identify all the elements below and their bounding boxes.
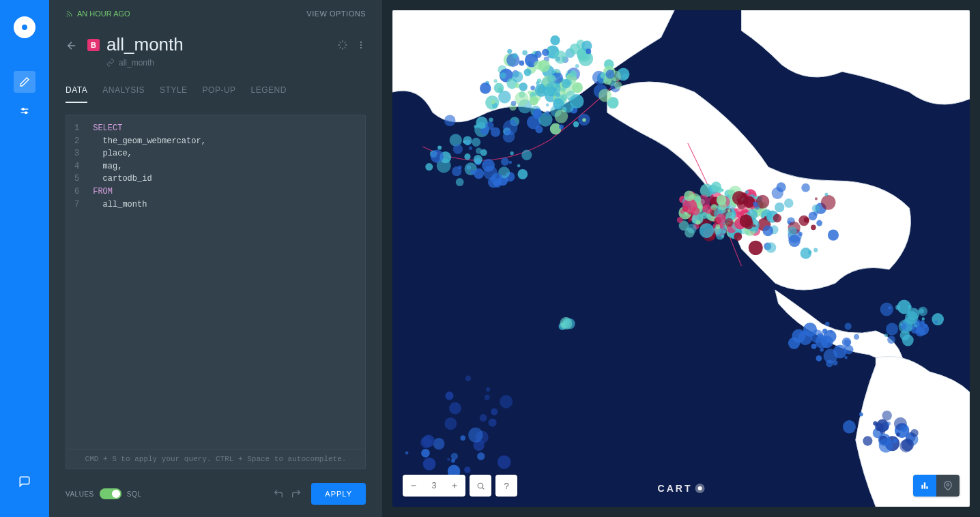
datapoint [572,82,583,93]
center-map-button[interactable] [337,40,348,50]
rail-chat-button[interactable] [14,471,35,492]
editor-code[interactable]: SELECT the_geom_webmercator, place, mag,… [87,115,212,449]
datapoint [677,217,683,223]
datapoint [763,226,774,237]
datapoint [486,387,490,392]
zoom-out-button[interactable] [403,475,424,497]
datapoint [452,166,461,176]
datapoint [854,334,859,340]
datapoint [887,422,891,426]
zoom-in-button[interactable] [444,475,465,497]
undo-icon [273,488,284,499]
datapoint [715,224,720,229]
datapoint [570,94,584,108]
datapoint [465,376,471,381]
datapoint [833,360,837,365]
svg-point-3 [25,112,27,114]
view-options-button[interactable]: VIEW OPTIONS [306,10,366,18]
datapoint [405,451,409,454]
datapoint [482,159,495,172]
datapoint [821,336,833,348]
svg-rect-22 [921,485,923,489]
datapoint [519,61,525,66]
center-map-icon [337,40,348,50]
datapoint [546,104,549,107]
tab-data[interactable]: DATA [66,78,87,103]
datapoint [562,79,571,89]
apply-button[interactable]: APPLY [311,483,366,505]
datapoint [884,334,888,337]
datapoint [698,205,702,209]
datapoint [879,438,893,452]
datapoint [902,439,914,452]
datapoint [887,336,895,344]
geocode-button[interactable] [936,475,960,497]
datapoint [451,453,458,460]
datapoint [477,452,485,460]
layer-badge: B [87,39,100,51]
datapoint [745,190,749,194]
map-area: 3 ? CART [382,0,980,517]
datapoint [825,322,829,327]
rss-icon [66,10,73,18]
svg-point-20 [478,483,483,488]
datapoint [524,69,532,76]
datapoint [456,178,464,186]
datapoint [844,356,847,359]
arrow-left-icon [66,40,78,52]
datapoint [480,83,491,94]
tab-popup[interactable]: POP-UP [203,78,236,103]
datapoint [530,96,538,106]
dataset-name[interactable]: all_month [119,58,154,68]
datapoint [536,81,540,85]
datapoint [575,64,579,68]
datapoint [740,214,753,227]
datapoint [893,439,897,443]
app-logo-icon[interactable] [14,16,35,38]
datapoint [622,74,628,80]
datapoint [722,209,726,213]
sql-editor[interactable]: 1234567 SELECT the_geom_webmercator, pla… [66,115,366,469]
rail-edit-button[interactable] [14,71,35,93]
datapoint [719,202,727,210]
datapoint [692,207,700,216]
map-help-button[interactable]: ? [495,475,517,497]
layer-more-button[interactable] [356,40,366,50]
datapoint [684,228,695,238]
rail-adjust-button[interactable] [14,101,35,123]
datapoint [488,418,496,426]
map-search-button[interactable] [470,475,491,497]
datapoint [501,158,509,166]
svg-line-11 [345,47,346,48]
datapoint [599,89,611,102]
tab-legend[interactable]: LEGEND [251,78,287,103]
datapoint [494,180,502,188]
datapoint [863,436,872,445]
datapoint [710,204,717,210]
search-icon [476,482,485,490]
datapoint [816,355,822,361]
datapoint [515,91,529,106]
map-attribution[interactable]: CART [658,483,705,494]
datapoint [773,214,781,223]
datapoint [766,242,776,253]
values-sql-toggle[interactable] [100,488,121,499]
widgets-button[interactable] [913,475,936,497]
map-canvas[interactable] [392,10,970,507]
datapoint [534,61,543,70]
undo-button[interactable] [273,488,284,499]
tab-analysis[interactable]: ANALYSIS [102,78,145,103]
redo-button[interactable] [291,488,302,499]
tab-style[interactable]: STYLE [160,78,188,103]
datapoint [517,169,528,179]
datapoint [788,235,801,247]
datapoint [491,100,495,104]
datapoint [517,164,521,168]
datapoint [788,226,797,236]
datapoint [433,438,445,449]
toggle-label-values: VALUES [66,490,94,498]
datapoint [510,151,513,155]
datapoint [511,101,516,106]
datapoint [811,224,816,230]
back-button[interactable] [66,40,78,52]
